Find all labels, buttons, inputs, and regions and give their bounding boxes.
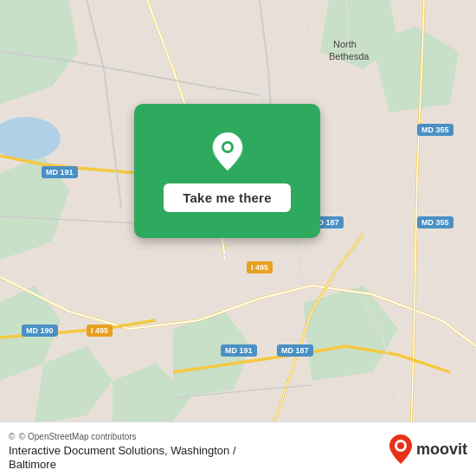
moovit-text: moovit — [416, 441, 467, 459]
svg-marker-0 — [0, 0, 78, 104]
location-card: Take me there — [134, 104, 320, 238]
svg-marker-3 — [35, 346, 113, 424]
take-me-there-button[interactable]: Take me there — [164, 183, 290, 212]
attribution-block: © © OpenStreetMap contributors Interacti… — [9, 428, 236, 471]
badge-md191-top: MD 191 — [42, 166, 78, 178]
badge-md355-top: MD 355 — [417, 124, 453, 136]
company-city: Baltimore — [9, 458, 236, 471]
svg-point-12 — [224, 144, 231, 151]
osm-credit-text: © OpenStreetMap contributors — [19, 432, 137, 441]
svg-point-9 — [0, 117, 61, 160]
badge-md190: MD 190 — [22, 325, 58, 337]
badge-i495-left: I 495 — [87, 325, 113, 337]
badge-md355-mid: MD 355 — [417, 216, 453, 228]
company-name: Interactive Document Solutions, Washingt… — [9, 444, 236, 457]
moovit-logo: moovit — [389, 434, 467, 465]
north-bethesda-label2: Bethesda — [329, 51, 370, 61]
copyright-symbol: © — [9, 432, 15, 441]
north-bethesda-label: North — [333, 39, 357, 49]
moovit-pin-icon — [389, 434, 413, 465]
badge-md187-bot: MD 187 — [277, 344, 313, 357]
bottom-bar: © © OpenStreetMap contributors Interacti… — [0, 421, 476, 476]
osm-credit: © © OpenStreetMap contributors — [9, 428, 236, 443]
map-pin-icon — [205, 130, 250, 175]
svg-point-14 — [397, 442, 404, 449]
badge-i495-right: I 495 — [247, 261, 273, 273]
badge-md191-bot: MD 191 — [221, 344, 257, 357]
map-container: North Bethesda I 270 MD 355 MD 355 MD 18… — [0, 0, 476, 476]
